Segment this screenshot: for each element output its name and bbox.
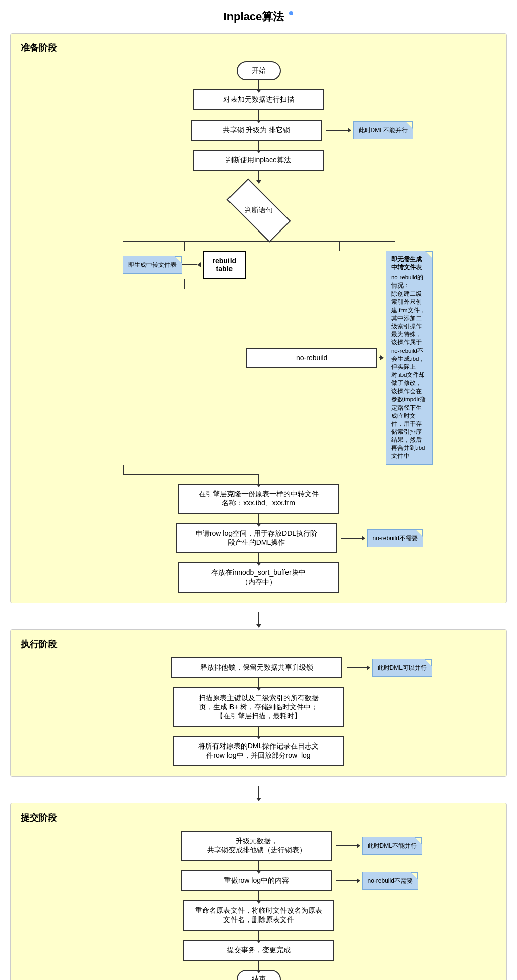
node-rowlog: 申请row log空间，用于存放DDL执行阶段产生的DML操作 [176, 523, 337, 553]
arrow1 [258, 80, 259, 89]
note-upgrade: 此时DML不能并行 [362, 837, 422, 855]
node-sort-buffer: 存放在innodb_sort_buffer块中（内存中） [178, 562, 339, 593]
merge-section [123, 465, 395, 475]
diamond-shape: 判断语句 [226, 178, 291, 242]
rebuild-with-tag: 即生成中转文件表 rebuild table [123, 251, 247, 279]
arrow6 [258, 514, 259, 523]
node-clone: 在引擎层克隆一份原表一样的中转文件名称：xxx.ibd、xxx.frm [178, 484, 339, 514]
inter-phase-arrow1 [0, 612, 517, 624]
page-wrapper: Inplace算法 准备阶段 开始 对表加元数据进行扫描 共享锁 升级为 排它锁 [0, 0, 517, 980]
no-rebuild-branch: no-rebuild 即无需生成中转文件表 no-rebuild的情况：除创建二… [246, 241, 433, 465]
execute-phase-label: 执行阶段 [21, 638, 496, 650]
blue-dot [289, 11, 293, 15]
release-row: 释放排他锁，保留元数据共享升级锁 此时DML可以并行 [21, 657, 496, 678]
v-after-rebuild [184, 279, 185, 289]
arrow5 [258, 475, 259, 484]
page-title: Inplace算法 [0, 0, 517, 28]
rowlog-row: 申请row log空间，用于存放DDL执行阶段产生的DML操作 no-rebui… [21, 523, 496, 553]
arrow-commit1 [258, 861, 259, 870]
note-redo: no-rebuild不需要 [362, 872, 418, 890]
commit-phase-label: 提交阶段 [21, 812, 496, 824]
node-rename: 重命名原表文件，将临时文件改名为原表文件名，删除原表文件 [183, 900, 334, 931]
upgrade-row: 升级元数据，共享锁变成排他锁（进行锁表） 此时DML不能并行 [21, 831, 496, 861]
note-no-rebuild-detail: no-rebuild的情况：除创建二级索引外只创建.frm文件，其中添加二级索引… [391, 273, 427, 460]
node-dml-log: 将所有对原表的DML操作记录在日志文件row log中，并回放部分row_log [173, 736, 344, 766]
branch-hline [123, 241, 395, 242]
inter-phase-arrow2 [0, 786, 517, 798]
arrow3 [258, 141, 259, 150]
diamond-judge: 判断语句 [228, 180, 289, 241]
note-no-rebuild-title: 即无需生成中转文件表 [391, 255, 427, 271]
note-immediate: 即生成中转文件表 [123, 256, 182, 274]
vline-left-merge [123, 465, 124, 475]
phase-arrow2 [258, 786, 259, 798]
note-no-rebuild: 即无需生成中转文件表 no-rebuild的情况：除创建二级索引外只创建.frm… [386, 251, 433, 465]
rebuild-branch: 即生成中转文件表 rebuild table [123, 241, 247, 289]
execute-phase: 执行阶段 释放排他锁，保留元数据共享升级锁 此时DML可以并行 扫描原表主键以及… [10, 629, 507, 777]
node-scan-index: 扫描原表主键以及二级索引的所有数据页，生成 B+ 树，存储到临时文件中；【在引擎… [173, 687, 344, 727]
commit-phase: 提交阶段 升级元数据，共享锁变成排他锁（进行锁表） 此时DML不能并行 重做ro… [10, 803, 507, 980]
arrow2 [258, 110, 259, 120]
branch-row: 即生成中转文件表 rebuild table [123, 241, 395, 465]
diamond-label: 判断语句 [245, 206, 273, 215]
prepare-phase: 准备阶段 开始 对表加元数据进行扫描 共享锁 升级为 排它锁 [10, 33, 507, 603]
arrow-exec1 [258, 678, 259, 687]
arrow-commit3 [258, 931, 259, 940]
node-upgrade: 升级元数据，共享锁变成排他锁（进行锁表） [181, 831, 332, 861]
note-release-lock: 此时DML可以并行 [372, 659, 432, 677]
arrow-exec2 [258, 727, 259, 736]
node-no-rebuild: no-rebuild [246, 348, 377, 368]
note-lock: 此时DML不能并行 [353, 121, 413, 139]
arrow4 [258, 171, 259, 180]
arrow-commit2 [258, 891, 259, 900]
gap1 [0, 608, 517, 612]
execute-flow: 释放排他锁，保留元数据共享升级锁 此时DML可以并行 扫描原表主键以及二级索引的… [21, 657, 496, 766]
arrow7 [258, 553, 259, 562]
note-rowlog: no-rebuild不需要 [367, 529, 423, 547]
norebuild-with-note: no-rebuild 即无需生成中转文件表 no-rebuild的情况：除创建二… [246, 251, 433, 465]
arrow-commit4 [258, 961, 259, 970]
gap2 [0, 782, 517, 786]
arrow-to-lock-note [348, 128, 351, 133]
prepare-phase-label: 准备阶段 [21, 42, 496, 54]
v-to-rebuild [184, 241, 185, 251]
v-to-norebuild [339, 241, 340, 251]
hline-merge-left [123, 474, 259, 475]
branch-section: 即生成中转文件表 rebuild table [21, 241, 496, 475]
commit-flow: 升级元数据，共享锁变成排他锁（进行锁表） 此时DML不能并行 重做row log… [21, 831, 496, 980]
node-rebuild-table: rebuild table [203, 251, 247, 279]
node-start: 开始 [237, 61, 281, 80]
phase-arrow1 [258, 612, 259, 624]
prepare-flow: 开始 对表加元数据进行扫描 共享锁 升级为 排它锁 此时DML不能并行 [21, 61, 496, 593]
node-release-lock: 释放排他锁，保留元数据共享升级锁 [171, 657, 342, 678]
